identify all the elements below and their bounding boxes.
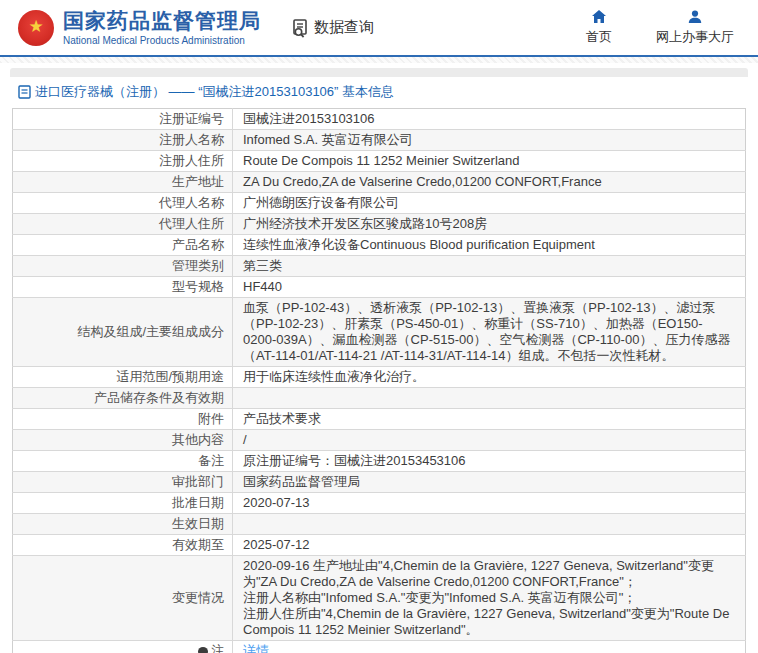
row-value: 2020-07-13 — [233, 493, 746, 514]
page-icon — [18, 85, 31, 99]
row-label: 结构及组成/主要组成成分 — [13, 298, 233, 367]
row-value: 广州经济技术开发区东区骏成路10号208房 — [233, 214, 746, 235]
site-logo: 国家药品监督管理局 National Medical Products Admi… — [63, 9, 261, 45]
row-label: 型号规格 — [13, 277, 233, 298]
row-value: 用于临床连续性血液净化治疗。 — [233, 367, 746, 388]
table-row: 产品储存条件及有效期 — [13, 388, 746, 409]
table-row: 适用范围/预期用途用于临床连续性血液净化治疗。 — [13, 367, 746, 388]
nav-item-home[interactable]: 首页 — [576, 9, 622, 46]
row-label: 产品名称 — [13, 235, 233, 256]
row-label: 代理人住所 — [13, 214, 233, 235]
row-label: 其他内容 — [13, 430, 233, 451]
user-icon — [687, 9, 703, 25]
row-value — [233, 514, 746, 535]
row-value: Infomed S.A. 英富迈有限公司 — [233, 130, 746, 151]
row-label: 适用范围/预期用途 — [13, 367, 233, 388]
row-label: 生效日期 — [13, 514, 233, 535]
row-value: 连续性血液净化设备Continuous Blood purification E… — [233, 235, 746, 256]
document-search-icon — [291, 18, 311, 38]
row-label: 注册人名称 — [13, 130, 233, 151]
detail-link[interactable]: 详情 — [243, 643, 269, 653]
site-title: 国家药品监督管理局 — [63, 9, 261, 32]
row-value: 2020-09-16 生产地址由"4,Chemin de la Gravière… — [233, 556, 746, 641]
table-row: 变更情况2020-09-16 生产地址由"4,Chemin de la Grav… — [13, 556, 746, 641]
row-label: 代理人名称 — [13, 193, 233, 214]
home-icon — [591, 9, 607, 25]
comment-icon — [198, 647, 208, 653]
row-value: 国械注进20153103106 — [233, 109, 746, 130]
table-row: 型号规格HF440 — [13, 277, 746, 298]
row-value — [233, 388, 746, 409]
row-value: / — [233, 430, 746, 451]
table-row: 注册人住所Route De Compois 11 1252 Meinier Sw… — [13, 151, 746, 172]
row-value: 详情 — [233, 641, 746, 653]
breadcrumb-text: 进口医疗器械（注册） —— “国械注进20153103106” 基本信息 — [35, 83, 394, 101]
row-label: 注册证编号 — [13, 109, 233, 130]
table-row: 注详情 — [13, 641, 746, 653]
table-row: 生效日期 — [13, 514, 746, 535]
row-value: 血泵（PP-102-43）、透析液泵（PP-102-13）、置换液泵（PP-10… — [233, 298, 746, 367]
data-query-label: 数据查询 — [314, 18, 374, 37]
table-row: 批准日期2020-07-13 — [13, 493, 746, 514]
header-nav: 首页 网上办事大厅 — [576, 9, 734, 46]
nav-item-service-hall[interactable]: 网上办事大厅 — [656, 9, 734, 46]
row-label: 审批部门 — [13, 472, 233, 493]
row-value: 广州德朗医疗设备有限公司 — [233, 193, 746, 214]
row-label: 管理类别 — [13, 256, 233, 277]
info-table-body: 注册证编号国械注进20153103106注册人名称Infomed S.A. 英富… — [13, 109, 746, 653]
table-row: 注册人名称Infomed S.A. 英富迈有限公司 — [13, 130, 746, 151]
registration-info-table: 注册证编号国械注进20153103106注册人名称Infomed S.A. 英富… — [12, 108, 746, 653]
row-value: ZA Du Credo,ZA de Valserine Credo,01200 … — [233, 172, 746, 193]
table-row: 有效期至2025-07-12 — [13, 535, 746, 556]
row-value: 原注册证编号：国械注进20153453106 — [233, 451, 746, 472]
table-row: 注册证编号国械注进20153103106 — [13, 109, 746, 130]
breadcrumb: 进口医疗器械（注册） —— “国械注进20153103106” 基本信息 — [0, 77, 758, 106]
data-query-link[interactable]: 数据查询 — [291, 18, 374, 38]
table-row: 其他内容/ — [13, 430, 746, 451]
row-label: 有效期至 — [13, 535, 233, 556]
row-value: HF440 — [233, 277, 746, 298]
row-value: Route De Compois 11 1252 Meinier Switzer… — [233, 151, 746, 172]
panel-top-bar — [10, 68, 748, 77]
row-value: 国家药品监督管理局 — [233, 472, 746, 493]
table-row: 生产地址ZA Du Credo,ZA de Valserine Credo,01… — [13, 172, 746, 193]
table-row: 代理人名称广州德朗医疗设备有限公司 — [13, 193, 746, 214]
hatch-strip — [0, 57, 758, 63]
table-row: 管理类别第三类 — [13, 256, 746, 277]
nav-item-label: 首页 — [586, 28, 612, 46]
table-row: 附件产品技术要求 — [13, 409, 746, 430]
site-subtitle: National Medical Products Administration — [63, 35, 261, 46]
row-value: 2025-07-12 — [233, 535, 746, 556]
emblem-star-icon: ★ — [28, 18, 43, 35]
row-label: 注 — [13, 641, 233, 653]
row-label: 产品储存条件及有效期 — [13, 388, 233, 409]
table-row: 结构及组成/主要组成成分血泵（PP-102-43）、透析液泵（PP-102-13… — [13, 298, 746, 367]
table-row: 审批部门国家药品监督管理局 — [13, 472, 746, 493]
row-label: 注册人住所 — [13, 151, 233, 172]
table-row: 代理人住所广州经济技术开发区东区骏成路10号208房 — [13, 214, 746, 235]
nav-item-label: 网上办事大厅 — [656, 28, 734, 46]
row-label: 附件 — [13, 409, 233, 430]
row-value: 产品技术要求 — [233, 409, 746, 430]
row-label: 生产地址 — [13, 172, 233, 193]
table-row: 备注原注册证编号：国械注进20153453106 — [13, 451, 746, 472]
row-label: 备注 — [13, 451, 233, 472]
table-row: 产品名称连续性血液净化设备Continuous Blood purificati… — [13, 235, 746, 256]
row-label: 变更情况 — [13, 556, 233, 641]
row-value: 第三类 — [233, 256, 746, 277]
header: ★ 国家药品监督管理局 National Medical Products Ad… — [0, 0, 758, 55]
row-label: 批准日期 — [13, 493, 233, 514]
national-emblem-logo: ★ — [18, 10, 54, 46]
